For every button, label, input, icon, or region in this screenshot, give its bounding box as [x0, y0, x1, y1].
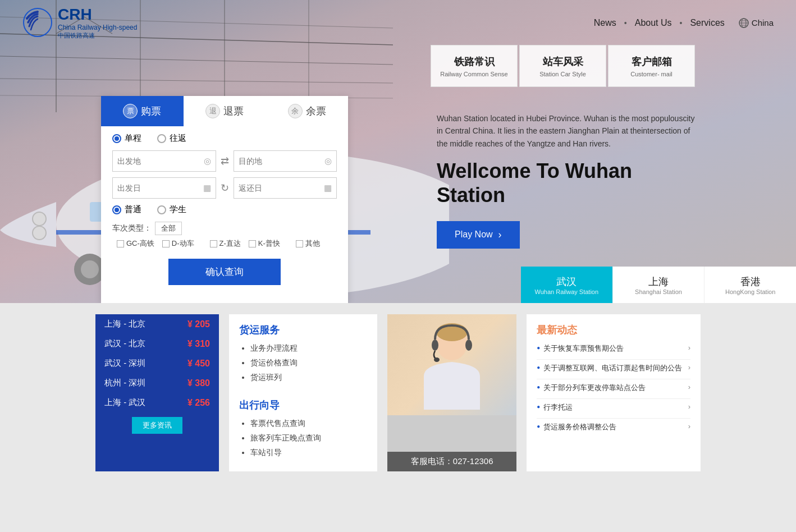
train-type-row: 车次类型： 全部 GC-高铁 D-动车 [112, 222, 337, 251]
student-radio[interactable] [157, 205, 166, 214]
station-hongkong[interactable]: 香港 HongKong Station [704, 267, 796, 303]
station-wuhan[interactable]: 武汉 Wuhan Railway Station [521, 267, 613, 303]
tab-remaining[interactable]: 余 余票 [266, 96, 348, 126]
gc-checkbox[interactable] [117, 240, 124, 247]
quick-link-railway[interactable]: 铁路常识 Railway Common Sense [431, 45, 518, 87]
k-checkbox[interactable] [249, 240, 256, 247]
news-divider-1 [537, 379, 690, 379]
news-dot-1: ● [537, 364, 540, 370]
confirm-query-button[interactable]: 确认查询 [168, 259, 281, 285]
train-type-d[interactable]: D-动车 [162, 239, 194, 249]
from-input-wrap: ◎ [112, 150, 216, 172]
play-arrow-icon: › [498, 229, 502, 241]
train-type-z[interactable]: Z-直达 [210, 239, 241, 249]
quick-link-email[interactable]: 客户邮箱 Customer- mail [608, 45, 695, 87]
news-dot-4: ● [537, 423, 540, 429]
news-item-3[interactable]: ● 行李托运 › [537, 402, 690, 412]
depart-date-input[interactable] [117, 184, 201, 192]
student-passenger[interactable]: 学生 [157, 204, 186, 215]
news-arrow-2: › [688, 383, 690, 391]
tab-buy-ticket[interactable]: 票 购票 [101, 96, 184, 126]
cs-person-icon [413, 320, 491, 410]
nav-about[interactable]: About Us [632, 16, 675, 30]
lang-switcher[interactable]: China [738, 17, 774, 29]
guide-item-1[interactable]: 旅客列车正晚点查询 [250, 433, 367, 443]
news-item-0[interactable]: ● 关于恢复车票预售期公告 › [537, 343, 690, 354]
normal-radio[interactable] [112, 205, 121, 214]
price-box: 上海 - 北京 ¥ 205 武汉 - 北京 ¥ 310 武汉 - 深圳 ¥ 45… [95, 314, 219, 471]
price-item-4[interactable]: 上海 - 武汉 ¥ 256 [95, 393, 219, 412]
nav-dot-2: • [680, 19, 683, 27]
location-icon-to: ◎ [324, 156, 332, 166]
one-way-radio[interactable] [112, 134, 121, 143]
to-input[interactable] [239, 157, 323, 166]
news-dot-0: ● [537, 345, 540, 351]
from-input[interactable] [117, 157, 202, 166]
news-arrow-4: › [688, 422, 690, 430]
hero-section: CRH China Railway High-speed 中国铁路高速 News… [0, 0, 796, 303]
train-type-k[interactable]: K-普快 [249, 239, 280, 249]
return-date-wrap: ▦ [234, 177, 337, 199]
train-type-gc[interactable]: GC-高铁 [117, 239, 154, 249]
to-input-wrap: ◎ [234, 150, 337, 172]
hero-text: Wuhan Station located in Hubei Province.… [437, 112, 695, 249]
booking-panel: 票 购票 退 退票 余 余票 单程 [101, 96, 348, 303]
hero-title: Wellcome To Wuhan Station [437, 159, 695, 207]
quick-links: 铁路常识 Railway Common Sense 站车风采 Station C… [429, 45, 695, 87]
quick-link-station[interactable]: 站车风采 Station Car Style [519, 45, 606, 87]
lang-label: China [752, 18, 774, 27]
news-title: 最新动态 [537, 323, 690, 337]
news-divider-2 [537, 398, 690, 399]
news-divider-0 [537, 359, 690, 360]
guide-item-0[interactable]: 客票代售点查询 [250, 419, 367, 429]
train-type-other[interactable]: 其他 [296, 239, 320, 249]
round-trip-option[interactable]: 往返 [157, 133, 186, 144]
nav-right: News • About Us • Services China [591, 16, 774, 30]
d-checkbox[interactable] [162, 240, 170, 247]
freight-item-2[interactable]: 货运班列 [250, 373, 367, 383]
train-type-options: GC-高铁 D-动车 Z-直达 K-普快 [117, 239, 337, 251]
news-item-1[interactable]: ● 关于调整互联网、电话订票起售时间的公告 › [537, 363, 690, 373]
swap-icon[interactable]: ⇄ [221, 155, 229, 167]
news-arrow-0: › [688, 343, 690, 352]
svg-point-37 [432, 340, 438, 351]
news-divider-3 [537, 418, 690, 419]
play-now-button[interactable]: Play Now › [437, 221, 520, 249]
freight-title: 货运服务 [239, 323, 367, 337]
price-item-2[interactable]: 武汉 - 深圳 ¥ 450 [95, 354, 219, 373]
calendar-icon-return: ▦ [324, 183, 332, 193]
nav-news[interactable]: News [591, 16, 620, 30]
other-checkbox[interactable] [296, 240, 303, 247]
news-box: 最新动态 ● 关于恢复车票预售期公告 › ● 关于调整互联网、电话订票起售时间的… [527, 314, 701, 471]
station-bar: 武汉 Wuhan Railway Station 上海 Shanghai Sta… [521, 267, 796, 303]
more-info-button[interactable]: 更多资讯 [132, 417, 182, 434]
passenger-type-row: 普通 学生 [112, 204, 337, 215]
freight-item-1[interactable]: 货运价格查询 [250, 358, 367, 368]
price-item-0[interactable]: 上海 - 北京 ¥ 205 [95, 314, 219, 334]
one-way-option[interactable]: 单程 [112, 133, 141, 144]
globe-icon [738, 17, 749, 29]
round-trip-radio[interactable] [157, 134, 166, 143]
header: CRH China Railway High-speed 中国铁路高速 News… [0, 0, 796, 45]
bottom-section: 上海 - 北京 ¥ 205 武汉 - 北京 ¥ 310 武汉 - 深圳 ¥ 45… [0, 303, 796, 483]
guide-item-2[interactable]: 车站引导 [250, 448, 367, 458]
return-date-input[interactable] [239, 184, 322, 192]
price-item-1[interactable]: 武汉 - 北京 ¥ 310 [95, 334, 219, 354]
train-type-all[interactable]: 全部 [155, 222, 182, 235]
news-item-4[interactable]: ● 货运服务价格调整公告 › [537, 422, 690, 432]
news-arrow-1: › [688, 363, 690, 372]
price-item-3[interactable]: 杭州 - 深圳 ¥ 380 [95, 373, 219, 393]
z-checkbox[interactable] [210, 240, 217, 247]
news-dot-3: ● [537, 403, 540, 410]
depart-date-wrap: ▦ [112, 177, 216, 199]
refresh-icon[interactable]: ↻ [221, 182, 229, 194]
station-shanghai[interactable]: 上海 Shanghai Station [613, 267, 705, 303]
logo-area[interactable]: CRH China Railway High-speed 中国铁路高速 [22, 6, 137, 40]
calendar-icon-depart: ▦ [203, 183, 211, 193]
normal-passenger[interactable]: 普通 [112, 204, 141, 215]
tab-refund[interactable]: 退 退票 [184, 96, 266, 126]
freight-item-0[interactable]: 业务办理流程 [250, 343, 367, 354]
logo-text: CRH China Railway High-speed 中国铁路高速 [58, 6, 137, 40]
nav-services[interactable]: Services [687, 16, 728, 30]
news-item-2[interactable]: ● 关于部分列车更改停靠站点公告 › [537, 383, 690, 393]
